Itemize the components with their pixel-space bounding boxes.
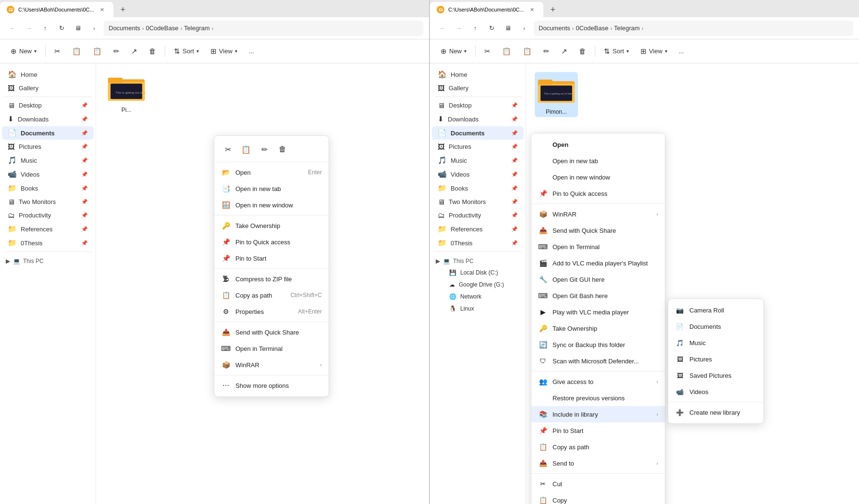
sidebar-left-downloads[interactable]: ⬇ Downloads 📌 xyxy=(2,112,94,126)
tab-left-add[interactable]: + xyxy=(115,2,131,17)
nav-forward-left[interactable]: → xyxy=(22,22,36,35)
ctx-cut-left[interactable]: ✂ xyxy=(219,141,236,158)
sidebar-left-twomonitors[interactable]: 🖥 Two Monitors 📌 xyxy=(2,195,94,208)
delete-btn-left[interactable]: 🗑 xyxy=(144,45,161,58)
ctx-copy-path-left[interactable]: 📋 Copy as path Ctrl+Shift+C xyxy=(214,287,329,303)
more-btn-left[interactable]: ... xyxy=(244,45,259,57)
ctx-git-gui-right[interactable]: 🔧 Open Git GUI here xyxy=(531,271,665,288)
sidebar-right-references[interactable]: 📁 References 📌 xyxy=(432,222,524,236)
nav-monitor-left[interactable]: 🖥 xyxy=(71,22,85,35)
nav-back-right[interactable]: ← xyxy=(436,22,449,35)
breadcrumb-left-telegram[interactable]: Telegram xyxy=(184,24,209,32)
sidebar-right-desktop[interactable]: 🖥 Desktop 📌 xyxy=(432,99,524,112)
ctx-copy-right[interactable]: 📋 Copy xyxy=(531,492,665,504)
share-btn-right[interactable]: ↗ xyxy=(556,45,572,58)
nav-up-right[interactable]: ↑ xyxy=(468,22,482,35)
ctx-open-right[interactable]: Open xyxy=(531,136,665,153)
breadcrumb-right-documents[interactable]: Documents xyxy=(539,24,570,32)
ctx-quick-share-right[interactable]: 📤 Send with Quick Share xyxy=(531,222,665,239)
ctx-take-ownership-left[interactable]: 🔑 Take Ownership xyxy=(214,217,329,234)
breadcrumb-left-codebase[interactable]: 0CodeBase xyxy=(146,24,178,32)
sidebar-right-twomonitors[interactable]: 🖥 Two Monitors 📌 xyxy=(432,195,524,208)
submenu-videos[interactable]: 📹 Videos xyxy=(668,384,763,400)
submenu-saved-pictures[interactable]: 🖼 Saved Pictures xyxy=(668,367,763,384)
sidebar-right-pictures[interactable]: 🖼 Pictures 📌 xyxy=(432,140,524,153)
ctx-scan-defender-right[interactable]: 🛡 Scan with Microsoft Defender... xyxy=(531,353,665,369)
sidebar-left-productivity[interactable]: 🗂 Productivity 📌 xyxy=(2,209,94,222)
ctx-winrar-left[interactable]: 📦 WinRAR › xyxy=(214,357,329,373)
sidebar-left-videos[interactable]: 📹 Videos 📌 xyxy=(2,168,94,181)
sidebar-right-home[interactable]: 🏠 Home xyxy=(432,68,524,81)
tab-right-1[interactable]: 🗂 C:\Users\ABoh\Documents\0C... ✕ xyxy=(430,2,543,17)
cut-btn-left[interactable]: ✂ xyxy=(49,45,65,58)
breadcrumb-right-codebase[interactable]: 0CodeBase xyxy=(576,24,608,32)
breadcrumb-left[interactable]: Documents › 0CodeBase › Telegram › xyxy=(104,21,423,36)
sort-btn-left[interactable]: ⇅ Sort ▾ xyxy=(169,45,204,58)
delete-btn-right[interactable]: 🗑 xyxy=(574,45,591,58)
ctx-pin-quick-left[interactable]: 📌 Pin to Quick access xyxy=(214,234,329,250)
sidebar-left-music[interactable]: 🎵 Music 📌 xyxy=(2,154,94,167)
new-btn-left[interactable]: ⊕ New ▾ xyxy=(6,45,41,58)
ctx-terminal-right[interactable]: ⌨ Open in Terminal xyxy=(531,239,665,255)
rename-btn-left[interactable]: ✏ xyxy=(109,45,124,58)
ctx-copy-as-path-right[interactable]: 📋 Copy as path xyxy=(531,439,665,455)
tab-left-1-close[interactable]: ✕ xyxy=(98,5,107,14)
ctx-vlc-playlist-right[interactable]: 🎬 Add to VLC media player's Playlist xyxy=(531,255,665,271)
sidebar-left-references[interactable]: 📁 References 📌 xyxy=(2,222,94,236)
ctx-open-left[interactable]: 📂 Open Enter xyxy=(214,164,329,180)
breadcrumb-left-documents[interactable]: Documents xyxy=(109,24,140,32)
nav-up-left[interactable]: ↑ xyxy=(38,22,52,35)
view-btn-right[interactable]: ⊞ View ▾ xyxy=(636,45,672,58)
ctx-take-ownership-right[interactable]: 🔑 Take Ownership xyxy=(531,320,665,336)
ctx-git-bash-right[interactable]: ⌨ Open Git Bash here xyxy=(531,288,665,304)
nav-chevron-right[interactable]: › xyxy=(517,22,531,35)
paste-btn-left[interactable]: 📋 xyxy=(88,45,107,58)
sidebar-right-videos[interactable]: 📹 Videos 📌 xyxy=(432,168,524,181)
sidebar-left-thispc[interactable]: ▶ 💻 This PC xyxy=(0,254,96,266)
ctx-quick-share-left[interactable]: 📤 Send with Quick Share xyxy=(214,324,329,340)
sidebar-right-books[interactable]: 📁 Books 📌 xyxy=(432,181,524,195)
nav-monitor-right[interactable]: 🖥 xyxy=(501,22,515,35)
submenu-create-new-library[interactable]: ➕ Create new library xyxy=(668,404,763,420)
ctx-open-new-tab-right[interactable]: Open in new tab xyxy=(531,153,665,169)
new-btn-right[interactable]: ⊕ New ▾ xyxy=(436,45,471,58)
tab-right-1-close[interactable]: ✕ xyxy=(528,5,537,14)
submenu-documents[interactable]: 📄 Documents xyxy=(668,318,763,335)
sidebar-right-downloads[interactable]: ⬇ Downloads 📌 xyxy=(432,112,524,126)
nav-refresh-right[interactable]: ↻ xyxy=(485,22,498,35)
ctx-rename-left[interactable]: ✏ xyxy=(256,141,273,158)
sidebar-left-pictures[interactable]: 🖼 Pictures 📌 xyxy=(2,140,94,153)
ctx-restore-versions-right[interactable]: Restore previous versions xyxy=(531,390,665,406)
copy-btn-left[interactable]: 📋 xyxy=(67,45,86,58)
breadcrumb-right[interactable]: Documents › 0CodeBase › Telegram › xyxy=(534,21,853,36)
sort-btn-right[interactable]: ⇅ Sort ▾ xyxy=(599,45,634,58)
sidebar-right-music[interactable]: 🎵 Music 📌 xyxy=(432,154,524,167)
folder-pimon-right[interactable]: This is getting out of hand. Pimon... xyxy=(535,72,578,117)
ctx-give-access-right[interactable]: 👥 Give access to › xyxy=(531,373,665,390)
nav-chevron-left[interactable]: › xyxy=(87,22,101,35)
ctx-properties-left[interactable]: ⚙ Properties Alt+Enter xyxy=(214,303,329,320)
nav-refresh-left[interactable]: ↻ xyxy=(55,22,68,35)
sidebar-right-gallery[interactable]: 🖼 Gallery xyxy=(432,82,524,95)
ctx-open-new-tab-left[interactable]: 📑 Open in new tab xyxy=(214,180,329,197)
ctx-terminal-left[interactable]: ⌨ Open in Terminal xyxy=(214,340,329,357)
ctx-open-new-window-left[interactable]: 🪟 Open in new window xyxy=(214,197,329,213)
ctx-include-library-right[interactable]: 📚 Include in library › xyxy=(531,406,665,422)
sidebar-left-0thesis[interactable]: 📁 0Thesis 📌 xyxy=(2,236,94,250)
sidebar-left-gallery[interactable]: 🖼 Gallery xyxy=(2,82,94,95)
submenu-pictures[interactable]: 🖼 Pictures xyxy=(668,351,763,367)
ctx-show-more-left[interactable]: ⋯ Show more options xyxy=(214,377,329,394)
sidebar-right-localc[interactable]: 💾 Local Disk (C:) xyxy=(443,267,524,278)
rename-btn-right[interactable]: ✏ xyxy=(539,45,554,58)
ctx-pin-start-right[interactable]: 📌 Pin to Start xyxy=(531,422,665,439)
ctx-send-to-right[interactable]: 📤 Send to › xyxy=(531,455,665,471)
ctx-delete-left[interactable]: 🗑 xyxy=(274,141,291,158)
sidebar-right-0thesis[interactable]: 📁 0Thesis 📌 xyxy=(432,236,524,250)
folder-pimon-left[interactable]: This is getting out of hand. Pi... xyxy=(105,72,148,113)
ctx-winrar-right[interactable]: 📦 WinRAR › xyxy=(531,206,665,222)
ctx-play-vlc-right[interactable]: ▶ Play with VLC media player xyxy=(531,304,665,320)
nav-back-left[interactable]: ← xyxy=(6,22,19,35)
breadcrumb-right-telegram[interactable]: Telegram xyxy=(614,24,639,32)
tab-right-add[interactable]: + xyxy=(545,2,561,17)
sidebar-left-home[interactable]: 🏠 Home xyxy=(2,68,94,81)
